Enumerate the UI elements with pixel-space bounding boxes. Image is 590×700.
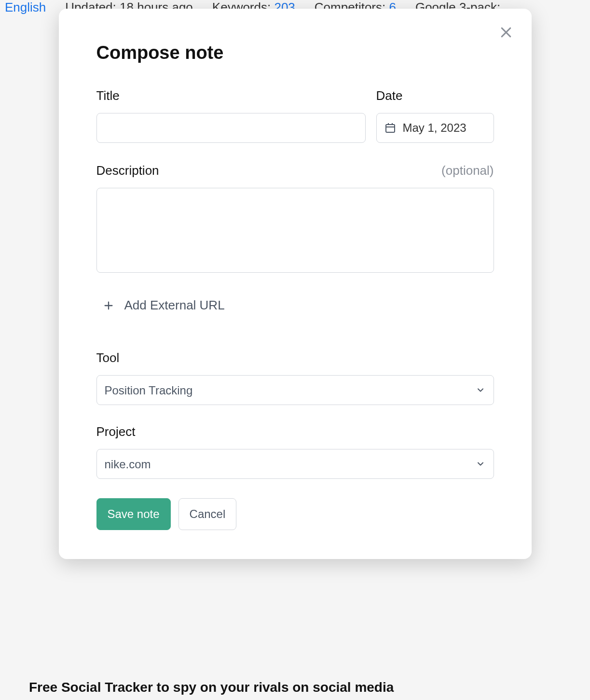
tool-label: Tool (96, 350, 494, 365)
close-button[interactable] (497, 23, 515, 42)
date-label: Date (376, 88, 494, 103)
modal-actions: Save note Cancel (96, 498, 494, 530)
title-label: Title (96, 88, 366, 103)
close-icon (499, 25, 513, 40)
tool-field: Tool Position Tracking (96, 350, 494, 405)
description-hint: (optional) (441, 163, 494, 178)
project-select[interactable]: nike.com (96, 449, 494, 479)
save-button[interactable]: Save note (96, 498, 171, 530)
svg-rect-2 (386, 125, 395, 132)
description-input[interactable] (96, 188, 494, 273)
date-value: May 1, 2023 (403, 121, 467, 135)
date-field: Date May 1, 2023 (376, 88, 494, 143)
description-label: Description (96, 163, 159, 178)
add-external-url-button[interactable]: Add External URL (96, 294, 494, 317)
title-input[interactable] (96, 113, 366, 143)
modal-title: Compose note (96, 42, 494, 63)
cancel-button[interactable]: Cancel (178, 498, 237, 530)
description-field: Description (optional) (96, 163, 494, 275)
calendar-icon (384, 122, 396, 134)
add-external-url-label: Add External URL (124, 298, 225, 313)
title-field: Title (96, 88, 366, 143)
project-field: Project nike.com (96, 424, 494, 479)
tool-select[interactable]: Position Tracking (96, 375, 494, 405)
modal-overlay: Compose note Title Date May 1, 2023 (0, 0, 590, 700)
project-label: Project (96, 424, 494, 439)
plus-icon (103, 300, 114, 311)
date-input[interactable]: May 1, 2023 (376, 113, 494, 143)
compose-note-modal: Compose note Title Date May 1, 2023 (59, 9, 532, 559)
